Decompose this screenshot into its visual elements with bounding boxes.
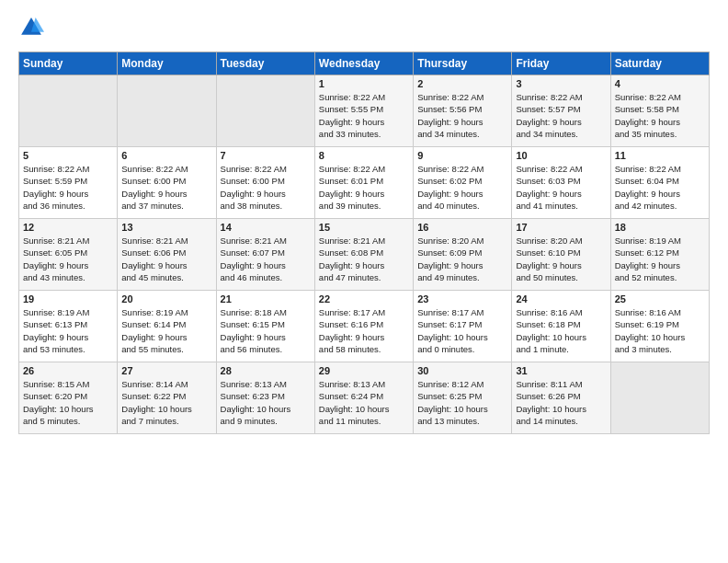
day-info: Sunrise: 8:15 AM Sunset: 6:20 PM Dayligh… — [23, 378, 113, 427]
day-info: Sunrise: 8:20 AM Sunset: 6:09 PM Dayligh… — [417, 235, 507, 283]
day-number: 24 — [516, 293, 606, 304]
calendar-week-row: 19Sunrise: 8:19 AM Sunset: 6:13 PM Dayli… — [19, 291, 710, 362]
day-number: 30 — [417, 365, 507, 376]
day-info: Sunrise: 8:18 AM Sunset: 6:15 PM Dayligh… — [221, 306, 311, 355]
calendar-cell: 3Sunrise: 8:22 AM Sunset: 5:57 PM Daylig… — [512, 75, 610, 147]
calendar-week-row: 26Sunrise: 8:15 AM Sunset: 6:20 PM Dayli… — [19, 362, 710, 434]
calendar-cell: 25Sunrise: 8:16 AM Sunset: 6:19 PM Dayli… — [610, 291, 709, 362]
day-number: 12 — [23, 222, 113, 233]
day-number: 17 — [516, 222, 606, 233]
calendar-cell: 18Sunrise: 8:19 AM Sunset: 6:12 PM Dayli… — [610, 219, 709, 291]
weekday-header-row: SundayMondayTuesdayWednesdayThursdayFrid… — [19, 52, 710, 75]
day-number: 10 — [516, 150, 606, 161]
calendar-week-row: 5Sunrise: 8:22 AM Sunset: 5:59 PM Daylig… — [19, 147, 710, 219]
calendar-cell: 19Sunrise: 8:19 AM Sunset: 6:13 PM Dayli… — [19, 291, 118, 362]
calendar-week-row: 1Sunrise: 8:22 AM Sunset: 5:55 PM Daylig… — [19, 75, 710, 147]
page-container: SundayMondayTuesdayWednesdayThursdayFrid… — [0, 0, 728, 443]
calendar-cell: 27Sunrise: 8:14 AM Sunset: 6:22 PM Dayli… — [118, 362, 216, 434]
calendar-cell: 21Sunrise: 8:18 AM Sunset: 6:15 PM Dayli… — [216, 291, 314, 362]
calendar-cell: 29Sunrise: 8:13 AM Sunset: 6:24 PM Dayli… — [314, 362, 413, 434]
calendar-cell: 22Sunrise: 8:17 AM Sunset: 6:16 PM Dayli… — [314, 291, 413, 362]
calendar-cell: 11Sunrise: 8:22 AM Sunset: 6:04 PM Dayli… — [610, 147, 709, 219]
day-info: Sunrise: 8:12 AM Sunset: 6:25 PM Dayligh… — [417, 378, 507, 427]
calendar-cell: 6Sunrise: 8:22 AM Sunset: 6:00 PM Daylig… — [118, 147, 216, 219]
day-info: Sunrise: 8:11 AM Sunset: 6:26 PM Dayligh… — [516, 378, 606, 427]
day-info: Sunrise: 8:13 AM Sunset: 6:24 PM Dayligh… — [319, 378, 409, 427]
day-number: 1 — [319, 78, 409, 89]
day-info: Sunrise: 8:22 AM Sunset: 6:01 PM Dayligh… — [319, 163, 409, 212]
calendar-cell: 16Sunrise: 8:20 AM Sunset: 6:09 PM Dayli… — [414, 219, 512, 291]
day-number: 19 — [23, 293, 113, 304]
day-number: 26 — [23, 365, 113, 376]
logo — [18, 15, 46, 40]
calendar-cell: 10Sunrise: 8:22 AM Sunset: 6:03 PM Dayli… — [512, 147, 610, 219]
day-info: Sunrise: 8:17 AM Sunset: 6:16 PM Dayligh… — [319, 306, 409, 355]
day-info: Sunrise: 8:22 AM Sunset: 6:03 PM Dayligh… — [516, 163, 606, 212]
day-number: 8 — [319, 150, 409, 161]
weekday-header-tuesday: Tuesday — [216, 52, 314, 75]
logo-icon — [18, 15, 44, 40]
day-number: 18 — [615, 222, 705, 233]
calendar-cell — [118, 75, 216, 147]
calendar-cell: 30Sunrise: 8:12 AM Sunset: 6:25 PM Dayli… — [414, 362, 512, 434]
weekday-header-monday: Monday — [118, 52, 216, 75]
day-number: 21 — [221, 293, 311, 304]
calendar-cell: 28Sunrise: 8:13 AM Sunset: 6:23 PM Dayli… — [216, 362, 314, 434]
day-info: Sunrise: 8:22 AM Sunset: 6:02 PM Dayligh… — [417, 163, 507, 212]
day-number: 31 — [516, 365, 606, 376]
day-number: 5 — [23, 150, 113, 161]
day-number: 3 — [516, 78, 606, 89]
day-info: Sunrise: 8:13 AM Sunset: 6:23 PM Dayligh… — [221, 378, 311, 427]
day-info: Sunrise: 8:21 AM Sunset: 6:05 PM Dayligh… — [23, 235, 113, 283]
calendar-cell: 13Sunrise: 8:21 AM Sunset: 6:06 PM Dayli… — [118, 219, 216, 291]
day-info: Sunrise: 8:14 AM Sunset: 6:22 PM Dayligh… — [121, 378, 211, 427]
weekday-header-sunday: Sunday — [19, 52, 118, 75]
day-number: 27 — [121, 365, 211, 376]
day-info: Sunrise: 8:21 AM Sunset: 6:06 PM Dayligh… — [121, 235, 211, 283]
day-number: 29 — [319, 365, 409, 376]
header — [18, 15, 710, 40]
weekday-header-wednesday: Wednesday — [314, 52, 413, 75]
day-info: Sunrise: 8:22 AM Sunset: 6:00 PM Dayligh… — [221, 163, 311, 212]
day-info: Sunrise: 8:19 AM Sunset: 6:12 PM Dayligh… — [615, 235, 705, 283]
day-number: 22 — [319, 293, 409, 304]
weekday-header-friday: Friday — [512, 52, 610, 75]
calendar-cell: 7Sunrise: 8:22 AM Sunset: 6:00 PM Daylig… — [216, 147, 314, 219]
day-number: 23 — [417, 293, 507, 304]
day-number: 2 — [417, 78, 507, 89]
calendar-cell: 1Sunrise: 8:22 AM Sunset: 5:55 PM Daylig… — [314, 75, 413, 147]
calendar-cell: 23Sunrise: 8:17 AM Sunset: 6:17 PM Dayli… — [414, 291, 512, 362]
day-number: 13 — [121, 222, 211, 233]
day-number: 9 — [417, 150, 507, 161]
calendar-cell: 26Sunrise: 8:15 AM Sunset: 6:20 PM Dayli… — [19, 362, 118, 434]
day-number: 28 — [221, 365, 311, 376]
calendar-cell: 12Sunrise: 8:21 AM Sunset: 6:05 PM Dayli… — [19, 219, 118, 291]
weekday-header-saturday: Saturday — [610, 52, 709, 75]
day-info: Sunrise: 8:16 AM Sunset: 6:18 PM Dayligh… — [516, 306, 606, 355]
day-info: Sunrise: 8:22 AM Sunset: 5:56 PM Dayligh… — [417, 91, 507, 140]
day-info: Sunrise: 8:22 AM Sunset: 5:59 PM Dayligh… — [23, 163, 113, 212]
calendar-cell: 4Sunrise: 8:22 AM Sunset: 5:58 PM Daylig… — [610, 75, 709, 147]
calendar-cell: 8Sunrise: 8:22 AM Sunset: 6:01 PM Daylig… — [314, 147, 413, 219]
calendar-cell: 2Sunrise: 8:22 AM Sunset: 5:56 PM Daylig… — [414, 75, 512, 147]
calendar-cell: 14Sunrise: 8:21 AM Sunset: 6:07 PM Dayli… — [216, 219, 314, 291]
day-info: Sunrise: 8:16 AM Sunset: 6:19 PM Dayligh… — [615, 306, 705, 355]
day-info: Sunrise: 8:22 AM Sunset: 5:58 PM Dayligh… — [615, 91, 705, 140]
calendar-table: SundayMondayTuesdayWednesdayThursdayFrid… — [18, 52, 710, 434]
day-number: 14 — [221, 222, 311, 233]
day-number: 16 — [417, 222, 507, 233]
day-number: 7 — [221, 150, 311, 161]
calendar-cell: 9Sunrise: 8:22 AM Sunset: 6:02 PM Daylig… — [414, 147, 512, 219]
day-info: Sunrise: 8:20 AM Sunset: 6:10 PM Dayligh… — [516, 235, 606, 283]
day-number: 25 — [615, 293, 705, 304]
calendar-week-row: 12Sunrise: 8:21 AM Sunset: 6:05 PM Dayli… — [19, 219, 710, 291]
calendar-cell — [216, 75, 314, 147]
calendar-cell: 15Sunrise: 8:21 AM Sunset: 6:08 PM Dayli… — [314, 219, 413, 291]
day-number: 20 — [121, 293, 211, 304]
day-info: Sunrise: 8:22 AM Sunset: 5:55 PM Dayligh… — [319, 91, 409, 140]
day-number: 4 — [615, 78, 705, 89]
calendar-cell: 31Sunrise: 8:11 AM Sunset: 6:26 PM Dayli… — [512, 362, 610, 434]
calendar-cell: 17Sunrise: 8:20 AM Sunset: 6:10 PM Dayli… — [512, 219, 610, 291]
calendar-cell: 20Sunrise: 8:19 AM Sunset: 6:14 PM Dayli… — [118, 291, 216, 362]
calendar-cell — [610, 362, 709, 434]
